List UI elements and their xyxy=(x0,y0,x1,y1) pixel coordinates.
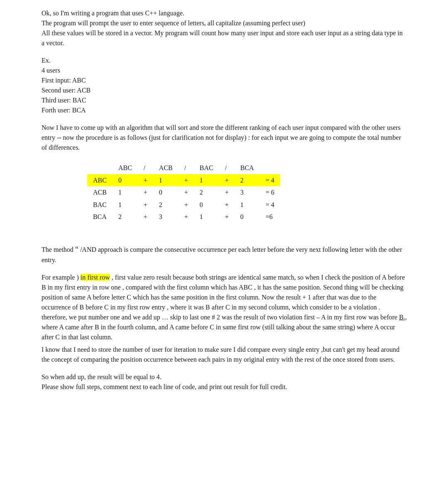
intro-line3: All these values will be stored in a vec… xyxy=(42,28,407,48)
row-v2: 1 xyxy=(153,174,179,187)
footer-line1: So when add up, the result will be equal… xyxy=(42,372,407,382)
row-label: ACB xyxy=(87,186,113,199)
table-row: BAC1+2+0+1= 4 xyxy=(87,199,280,211)
table-row: BCA2+3+1+0=6 xyxy=(87,211,280,223)
header-bca: BCA xyxy=(235,162,260,174)
quote-marks: “ xyxy=(75,245,78,253)
ex-label: Ex. xyxy=(42,56,407,66)
row-v1: 2 xyxy=(113,211,138,223)
header-bac: BAC xyxy=(194,162,219,174)
ex-third: Third user: BAC xyxy=(42,95,407,105)
footer-block: So when add up, the result will be equal… xyxy=(42,372,407,392)
row-v3: 2 xyxy=(194,186,219,199)
row-v4: 2 xyxy=(235,174,260,187)
header-result xyxy=(260,162,280,174)
header-abc: ABC xyxy=(113,162,138,174)
row-v2: 2 xyxy=(153,199,179,211)
table-section: ABC / ACB / BAC / BCA ABC0+1+1+2= 4ACB1+… xyxy=(42,162,407,223)
table-row: ABC0+1+1+2= 4 xyxy=(87,174,280,187)
row-label: BCA xyxy=(87,211,113,223)
algorithm-block: Now I have to come up with an algorithm … xyxy=(42,123,407,153)
row-v3: 1 xyxy=(194,211,219,223)
row-result: = 6 xyxy=(260,186,280,199)
row-v3: 1 xyxy=(194,174,219,187)
row-p2: + xyxy=(179,186,194,199)
ex-fourth: Forth user: BCA xyxy=(42,105,407,115)
row-p3: + xyxy=(219,211,235,223)
row-v4: 3 xyxy=(235,186,260,199)
header-slash3: / xyxy=(219,162,235,174)
table-row: ACB1+0+2+3= 6 xyxy=(87,186,280,199)
row-v2: 3 xyxy=(153,211,179,223)
algorithm-text: Now I have to come up with an algorithm … xyxy=(42,123,407,153)
method-block: The method “ /AND approach is compare th… xyxy=(42,244,407,265)
row-v1: 0 xyxy=(113,174,138,187)
main-content: Ok, so I'm writing a program that uses C… xyxy=(42,8,407,392)
row-p3: + xyxy=(219,174,235,187)
row-p3: + xyxy=(219,186,235,199)
row-v1: 1 xyxy=(113,199,138,211)
intro-line1: Ok, so I'm writing a program that uses C… xyxy=(42,8,407,18)
footer-line2: Please show full steps, comment next to … xyxy=(42,382,407,392)
row-v1: 1 xyxy=(113,186,138,199)
header-acb: ACB xyxy=(153,162,179,174)
row-result: = 4 xyxy=(260,199,280,211)
ex-users: 4 users xyxy=(42,66,407,75)
comparison-table: ABC / ACB / BAC / BCA ABC0+1+1+2= 4ACB1+… xyxy=(87,162,280,223)
row-p1: + xyxy=(138,186,153,199)
method-text: The method “ /AND approach is compare th… xyxy=(42,244,407,265)
intro-line2: The program will prompt the user to ente… xyxy=(42,18,407,28)
row-label: ABC xyxy=(87,174,113,187)
example2-paragraph2: I know that I need to store the number o… xyxy=(42,345,407,365)
row-p1: + xyxy=(138,174,153,187)
row-label: BAC xyxy=(87,199,113,211)
row-p2: + xyxy=(179,211,194,223)
example-block: Ex. 4 users First input: ABC Second user… xyxy=(42,56,407,115)
header-slash2: / xyxy=(179,162,194,174)
row-p3: + xyxy=(219,199,235,211)
intro-block: Ok, so I'm writing a program that uses C… xyxy=(42,8,407,48)
first-row-highlight: in first row xyxy=(81,274,110,281)
row-v3: 0 xyxy=(194,199,219,211)
row-v4: 1 xyxy=(235,199,260,211)
row-v4: 0 xyxy=(235,211,260,223)
row-p1: + xyxy=(138,211,153,223)
header-slash1: / xyxy=(138,162,153,174)
ex-first: First input: ABC xyxy=(42,75,407,85)
b-underline: B., xyxy=(399,314,407,321)
row-p2: + xyxy=(179,174,194,187)
row-result: = 4 xyxy=(260,174,280,187)
row-p2: + xyxy=(179,199,194,211)
table-header-row: ABC / ACB / BAC / BCA xyxy=(87,162,280,174)
example2-paragraph1: For example ) in first row , first value… xyxy=(42,273,407,342)
row-v2: 0 xyxy=(153,186,179,199)
header-empty xyxy=(87,162,113,174)
ex-second: Second user: ACB xyxy=(42,85,407,95)
example2-block: For example ) in first row , first value… xyxy=(42,273,407,365)
row-result: =6 xyxy=(260,211,280,223)
row-p1: + xyxy=(138,199,153,211)
